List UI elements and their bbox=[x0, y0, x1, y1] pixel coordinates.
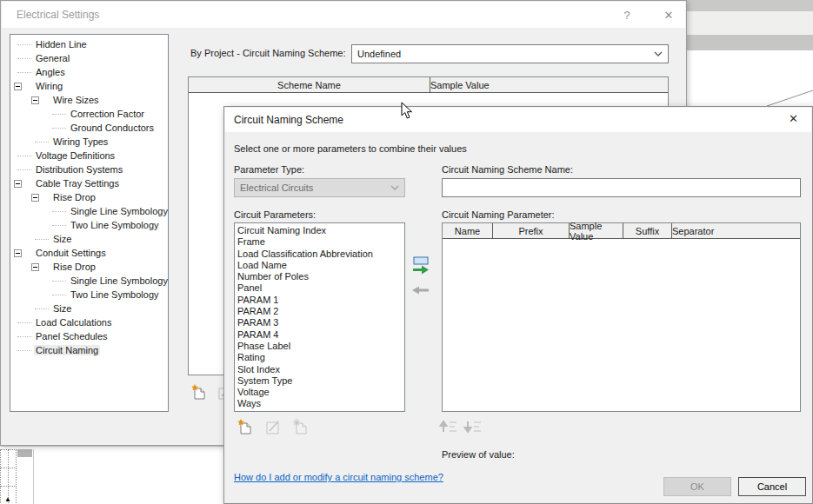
edit-parameter-icon[interactable] bbox=[264, 418, 282, 435]
tree-expander-icon[interactable] bbox=[31, 194, 39, 202]
tree-item[interactable]: Distribution Systems bbox=[10, 162, 168, 176]
scheme-name-input[interactable] bbox=[442, 178, 801, 197]
naming-parameter-label: Circuit Naming Parameter: bbox=[442, 209, 555, 220]
tree-item[interactable]: Cable Tray Settings bbox=[10, 176, 168, 190]
tree-item-label: Rise Drop bbox=[51, 192, 97, 202]
tree-connector bbox=[35, 308, 49, 309]
tree-connector bbox=[17, 44, 31, 45]
tree-connector bbox=[17, 350, 31, 351]
list-item[interactable]: PARAM 4 bbox=[237, 329, 404, 341]
tree-item[interactable]: Ground Conductors bbox=[10, 121, 168, 135]
new-parameter-icon[interactable] bbox=[237, 418, 254, 435]
add-parameter-button[interactable] bbox=[409, 255, 433, 279]
tree-connector bbox=[52, 114, 66, 115]
list-item[interactable]: Voltage bbox=[237, 387, 404, 398]
tree-connector bbox=[35, 239, 49, 240]
delete-parameter-icon[interactable] bbox=[292, 418, 310, 435]
list-item[interactable]: PARAM 2 bbox=[237, 306, 404, 317]
tree-item[interactable]: Load Calculations bbox=[10, 315, 168, 329]
naming-parameter-column-header[interactable]: Separator bbox=[672, 223, 714, 238]
scheme-table-column-header[interactable]: Scheme Name bbox=[189, 77, 430, 92]
tree-item-label: Size bbox=[51, 234, 73, 244]
close-icon[interactable]: ✕ bbox=[659, 9, 678, 22]
circuit-parameters-list[interactable]: Circuit Naming IndexFrameLoad Classifica… bbox=[234, 222, 405, 412]
tree-item[interactable]: Correction Factor bbox=[10, 107, 168, 121]
list-item[interactable]: Circuit Naming Index bbox=[237, 225, 404, 236]
help-link[interactable]: How do I add or modify a circuit naming … bbox=[234, 472, 443, 482]
tree-item[interactable]: Voltage Definitions bbox=[10, 149, 168, 162]
background-gray-block bbox=[17, 449, 32, 457]
tree-expander-icon[interactable] bbox=[31, 263, 39, 271]
tree-item-label: Two Line Symbology bbox=[69, 220, 161, 230]
tree-connector bbox=[17, 72, 31, 73]
tree-item[interactable]: Hidden Line bbox=[10, 37, 168, 51]
list-item[interactable]: PARAM 1 bbox=[237, 295, 404, 306]
tree-item[interactable]: Wiring bbox=[10, 79, 168, 93]
mouse-cursor bbox=[401, 102, 413, 120]
tree-item[interactable]: Wiring Types bbox=[10, 135, 168, 149]
tree-item[interactable]: Single Line Symbology bbox=[10, 204, 168, 218]
tree-item[interactable]: Two Line Symbology bbox=[10, 288, 168, 302]
move-down-icon[interactable] bbox=[463, 418, 481, 435]
naming-parameter-table[interactable]: NamePrefixSample ValueSuffixSeparator bbox=[442, 222, 801, 412]
list-item[interactable]: Load Name bbox=[237, 260, 404, 271]
tree-item-label: Correction Factor bbox=[69, 109, 146, 119]
scheme-table-column-header[interactable]: Sample Value bbox=[430, 77, 490, 92]
tree-connector bbox=[17, 156, 31, 156]
tree-item[interactable]: Wire Sizes bbox=[10, 93, 168, 107]
naming-parameter-column-header[interactable]: Suffix bbox=[623, 223, 672, 238]
tree-item-label: Load Calculations bbox=[34, 317, 113, 328]
naming-parameter-column-header[interactable]: Name bbox=[443, 223, 493, 238]
tree-item[interactable]: Size bbox=[10, 302, 168, 315]
list-item[interactable]: Panel bbox=[237, 282, 404, 294]
list-item[interactable]: PARAM 3 bbox=[237, 317, 404, 328]
tree-item[interactable]: Size bbox=[10, 232, 168, 246]
list-item[interactable]: Load Classification Abbreviation bbox=[237, 249, 404, 260]
tree-item[interactable]: Angles bbox=[10, 65, 168, 79]
naming-parameter-column-header[interactable]: Sample Value bbox=[570, 223, 623, 238]
new-scheme-icon[interactable] bbox=[190, 383, 208, 401]
tree-item[interactable]: Circuit Naming bbox=[10, 343, 168, 357]
help-icon[interactable]: ? bbox=[617, 9, 636, 22]
tree-connector bbox=[17, 322, 31, 323]
close-icon[interactable]: ✕ bbox=[789, 112, 798, 125]
tree-item[interactable]: Rise Drop bbox=[10, 260, 168, 274]
parameter-type-dropdown: Electrical Circuits bbox=[234, 178, 405, 197]
cancel-button[interactable]: Cancel bbox=[738, 477, 806, 496]
tree-expander-icon[interactable] bbox=[31, 96, 39, 104]
tree-item-label: Voltage Definitions bbox=[34, 150, 117, 161]
tree-item-label: Wiring bbox=[34, 81, 64, 91]
scheme-name-label: Circuit Naming Scheme Name: bbox=[442, 164, 573, 175]
tree-item[interactable]: Panel Schedules bbox=[10, 329, 168, 343]
naming-parameter-column-header[interactable]: Prefix bbox=[493, 223, 570, 238]
parameter-type-value: Electrical Circuits bbox=[240, 182, 313, 193]
tree-item[interactable]: Single Line Symbology bbox=[10, 274, 168, 288]
list-item[interactable]: Slot Index bbox=[237, 364, 404, 375]
tree-item-label: Wiring Types bbox=[51, 136, 110, 147]
by-project-scheme-dropdown[interactable]: Undefined bbox=[351, 44, 669, 63]
move-up-icon[interactable] bbox=[439, 418, 456, 435]
window-title: Electrical Settings bbox=[2, 9, 99, 21]
tree-connector bbox=[17, 336, 31, 337]
list-item[interactable]: Frame bbox=[237, 236, 404, 248]
tree-item-label: Single Line Symbology bbox=[69, 275, 169, 286]
tree-expander-icon[interactable] bbox=[14, 180, 22, 188]
tree-expander-icon[interactable] bbox=[14, 83, 22, 90]
list-item[interactable]: Phase Label bbox=[237, 341, 404, 352]
tree-item[interactable]: Two Line Symbology bbox=[10, 218, 168, 232]
tree-connector bbox=[17, 58, 31, 59]
tree-connector bbox=[17, 169, 31, 170]
settings-tree[interactable]: Hidden Line General Angles Wiring Wire S… bbox=[10, 34, 169, 412]
tree-item-label: Conduit Settings bbox=[34, 248, 108, 258]
list-item[interactable]: System Type bbox=[237, 375, 404, 387]
ok-button[interactable]: OK bbox=[663, 477, 731, 496]
tree-item[interactable]: Conduit Settings bbox=[10, 246, 168, 260]
tree-expander-icon[interactable] bbox=[14, 249, 22, 257]
list-item[interactable]: Number of Poles bbox=[237, 271, 404, 282]
tree-item[interactable]: General bbox=[10, 51, 168, 65]
remove-parameter-button[interactable] bbox=[410, 284, 431, 298]
tree-item[interactable]: Rise Drop bbox=[10, 190, 168, 204]
background-vertical-line bbox=[33, 449, 34, 504]
list-item[interactable]: Ways bbox=[237, 398, 404, 409]
list-item[interactable]: Rating bbox=[237, 352, 404, 363]
